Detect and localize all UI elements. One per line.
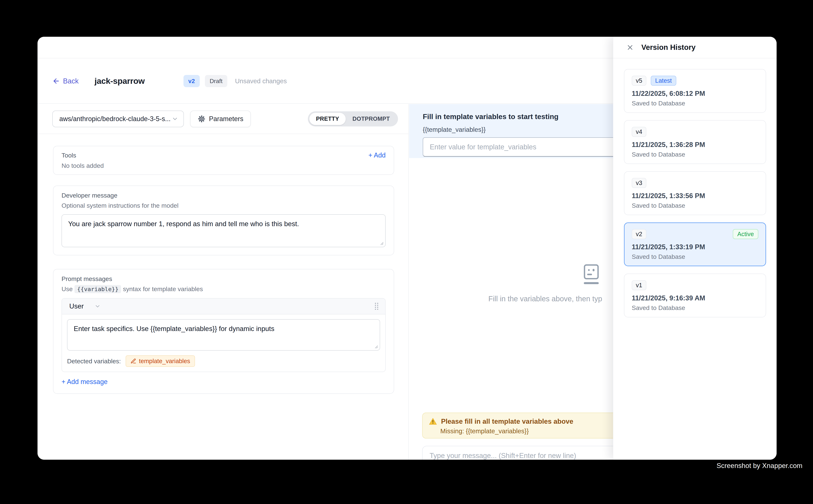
prompt-messages-title: Prompt messages [61, 275, 386, 282]
version-timestamp: 11/21/2025, 9:16:39 AM [632, 294, 758, 302]
chat-empty-text: Fill in the variables above, then typ [488, 295, 602, 303]
user-message-input[interactable]: Enter task specifics. Use {{template_var… [67, 319, 380, 351]
template-variable-chip[interactable]: template_variables [126, 355, 195, 367]
model-toolbar: aws/anthropic/bedrock-claude-3-5-s... Pa… [37, 104, 408, 134]
drag-handle-icon[interactable] [373, 302, 380, 311]
subtitle-prefix: Use [61, 285, 73, 292]
version-number-badge: v2 [632, 229, 646, 239]
version-timestamp: 11/21/2025, 1:33:56 PM [632, 192, 758, 200]
version-card-v3[interactable]: v3 11/21/2025, 1:33:56 PM Saved to Datab… [624, 171, 766, 215]
parameters-button[interactable]: Parameters [190, 111, 251, 127]
app-window: Back jack-sparrow v2 Draft Unsaved chang… [37, 37, 777, 460]
toggle-dotprompt[interactable]: DOTPROMPT [346, 113, 397, 125]
format-mode-toggle: PRETTY DOTPROMPT [308, 111, 398, 126]
version-saved-label: Saved to Database [632, 202, 758, 209]
version-history-header: Version History [613, 37, 777, 58]
prompt-editor-pane: aws/anthropic/bedrock-claude-3-5-s... Pa… [37, 104, 409, 460]
message-role-header: User [62, 299, 385, 314]
version-card-v2-active[interactable]: v2 Active 11/21/2025, 1:33:19 PM Saved t… [624, 222, 766, 266]
chevron-down-icon[interactable] [94, 303, 101, 309]
prompt-message-block: User [61, 298, 386, 372]
version-history-list: v5 Latest 11/22/2025, 6:08:12 PM Saved t… [613, 58, 777, 317]
version-saved-label: Saved to Database [632, 100, 758, 107]
version-saved-label: Saved to Database [632, 253, 758, 260]
developer-message-title: Developer message [61, 192, 386, 199]
back-label: Back [63, 77, 78, 85]
version-timestamp: 11/22/2025, 6:08:12 PM [632, 90, 758, 97]
role-select[interactable]: User [69, 302, 84, 310]
model-select[interactable]: aws/anthropic/bedrock-claude-3-5-s... [52, 111, 184, 127]
latest-badge: Latest [651, 76, 676, 86]
prompt-messages-card: Prompt messages Use{{variable}}syntax fo… [53, 269, 394, 394]
parameters-label: Parameters [209, 115, 243, 123]
template-variable-chip-label: template_variables [139, 358, 190, 365]
active-badge: Active [733, 229, 758, 239]
add-message-button[interactable]: + Add message [61, 378, 107, 386]
status-badge: Draft [205, 75, 227, 87]
version-badge: v2 [183, 75, 200, 87]
version-history-panel: Version History v5 Latest 11/22/2025, 6:… [613, 37, 777, 460]
version-number-badge: v3 [632, 178, 646, 188]
version-number-badge: v1 [632, 280, 646, 290]
prompt-messages-subtitle: Use{{variable}}syntax for template varia… [61, 285, 386, 293]
version-number-badge: v5 [632, 76, 646, 86]
version-saved-label: Saved to Database [632, 151, 758, 158]
bot-face-icon [582, 263, 600, 286]
unsaved-changes-label: Unsaved changes [235, 77, 287, 85]
version-card-v4[interactable]: v4 11/21/2025, 1:36:28 PM Saved to Datab… [624, 120, 766, 164]
tools-card: Tools + Add No tools added [53, 146, 394, 175]
warning-triangle-icon [429, 417, 437, 426]
version-card-v1[interactable]: v1 11/21/2025, 9:16:39 AM Saved to Datab… [624, 274, 766, 317]
version-number-badge: v4 [632, 127, 646, 137]
version-saved-label: Saved to Database [632, 304, 758, 311]
variable-syntax-chip: {{variable}} [74, 285, 121, 293]
page-title: jack-sparrow [94, 76, 145, 86]
version-history-title: Version History [641, 43, 696, 52]
tools-empty-text: No tools added [61, 162, 386, 169]
tools-title: Tools [61, 152, 76, 159]
editor-scroll-area: Tools + Add No tools added Developer mes… [37, 134, 408, 394]
chevron-down-icon [172, 116, 178, 122]
developer-message-subtitle: Optional system instructions for the mod… [61, 202, 386, 209]
toggle-pretty[interactable]: PRETTY [309, 113, 346, 125]
add-tool-button[interactable]: + Add [368, 151, 386, 159]
version-timestamp: 11/21/2025, 1:36:28 PM [632, 141, 758, 149]
warning-title: Please fill in all template variables ab… [441, 418, 573, 425]
resize-handle-icon[interactable] [379, 241, 384, 245]
close-icon[interactable] [626, 44, 634, 51]
watermark-text: Screenshot by Xnapper.com [717, 462, 802, 470]
developer-message-card: Developer message Optional system instru… [53, 186, 394, 255]
detected-variables-label: Detected variables: [67, 358, 121, 365]
gear-icon [197, 115, 206, 123]
arrow-left-icon [52, 77, 60, 85]
detected-variables-row: Detected variables: template_variables [67, 355, 380, 367]
back-button[interactable]: Back [52, 77, 78, 85]
edit-pencil-icon [130, 358, 136, 364]
resize-handle-icon[interactable] [373, 344, 378, 349]
model-select-value: aws/anthropic/bedrock-claude-3-5-s... [59, 115, 170, 123]
subtitle-suffix: syntax for template variables [123, 285, 203, 292]
version-card-v5[interactable]: v5 Latest 11/22/2025, 6:08:12 PM Saved t… [624, 69, 766, 113]
developer-message-input[interactable]: You are jack sparrow number 1, respond a… [61, 214, 386, 247]
version-timestamp: 11/21/2025, 1:33:19 PM [632, 243, 758, 251]
